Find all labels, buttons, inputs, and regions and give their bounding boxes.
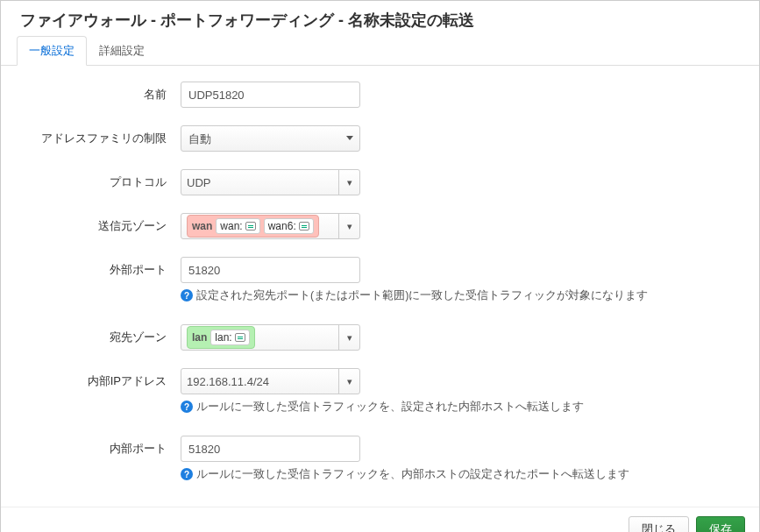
save-button[interactable]: 保存 xyxy=(696,516,745,532)
label-extport: 外部ポート xyxy=(18,257,181,278)
dstzone-select[interactable]: lan lan: xyxy=(181,324,360,351)
chevron-down-icon xyxy=(338,214,359,238)
help-extport: ? 設定された宛先ポート(またはポート範囲)に一致した受信トラフィックが対象にな… xyxy=(181,288,742,303)
intport-input[interactable] xyxy=(181,436,360,462)
zone-wan-chip: wan wan: wan6: xyxy=(187,215,319,238)
name-input[interactable] xyxy=(181,82,360,108)
chevron-down-icon xyxy=(338,170,359,195)
row-extport: 外部ポート ? 設定された宛先ポート(またはポート範囲)に一致した受信トラフィッ… xyxy=(18,257,742,303)
label-intip: 内部IPアドレス xyxy=(18,368,181,389)
row-intport: 内部ポート ? ルールに一致した受信トラフィックを、内部ホストの設定されたポート… xyxy=(18,436,742,482)
row-intip: 内部IPアドレス 192.168.11.4/24 ? ルールに一致した受信トラフ… xyxy=(18,368,742,415)
close-button[interactable]: 閉じる xyxy=(629,516,689,532)
ethernet-icon xyxy=(299,222,309,231)
iface-wan: wan: xyxy=(216,218,259,234)
tab-general[interactable]: 一般設定 xyxy=(17,36,87,66)
zone-lan-chip: lan lan: xyxy=(187,326,255,349)
ethernet-icon xyxy=(245,222,256,231)
form: 名前 アドレスファミリの制限 自動 プロトコル UDP xyxy=(1,66,759,507)
iface-lan: lan: xyxy=(210,330,249,345)
extport-input[interactable] xyxy=(181,257,360,283)
modal-title: ファイアウォール - ポートフォワーディング - 名称未設定の転送 xyxy=(1,1,759,36)
intip-value: 192.168.11.4/24 xyxy=(187,375,269,388)
label-dstzone: 宛先ゾーン xyxy=(18,324,181,345)
label-srczone: 送信元ゾーン xyxy=(18,213,181,234)
help-icon: ? xyxy=(181,401,193,413)
label-name: 名前 xyxy=(18,82,181,103)
row-af: アドレスファミリの制限 自動 xyxy=(18,125,742,152)
chevron-down-icon xyxy=(338,325,359,350)
row-dstzone: 宛先ゾーン lan lan: xyxy=(18,324,742,351)
proto-select[interactable]: UDP xyxy=(181,169,360,195)
row-name: 名前 xyxy=(18,82,742,108)
chevron-down-icon xyxy=(338,369,359,394)
portforward-modal: ファイアウォール - ポートフォワーディング - 名称未設定の転送 一般設定 詳… xyxy=(0,0,760,532)
tabs: 一般設定 詳細設定 xyxy=(1,36,759,66)
label-intport: 内部ポート xyxy=(18,436,181,457)
modal-footer: 閉じる 保存 xyxy=(1,507,759,532)
srczone-select[interactable]: wan wan: wan6: xyxy=(181,213,360,239)
af-select[interactable]: 自動 xyxy=(181,125,360,152)
row-srczone: 送信元ゾーン wan wan: wan6: xyxy=(18,213,742,239)
help-icon: ? xyxy=(181,289,193,301)
help-intport: ? ルールに一致した受信トラフィックを、内部ホストの設定されたポートへ転送します xyxy=(181,467,742,482)
help-intip: ? ルールに一致した受信トラフィックを、設定された内部ホストへ転送します xyxy=(181,400,742,415)
label-proto: プロトコル xyxy=(18,169,181,190)
iface-wan6: wan6: xyxy=(264,218,314,234)
ethernet-icon xyxy=(235,333,245,342)
tab-advanced[interactable]: 詳細設定 xyxy=(87,36,157,66)
row-proto: プロトコル UDP xyxy=(18,169,742,195)
proto-value: UDP xyxy=(187,176,210,189)
intip-select[interactable]: 192.168.11.4/24 xyxy=(181,368,360,394)
help-icon: ? xyxy=(181,468,193,480)
label-af: アドレスファミリの制限 xyxy=(18,125,181,146)
